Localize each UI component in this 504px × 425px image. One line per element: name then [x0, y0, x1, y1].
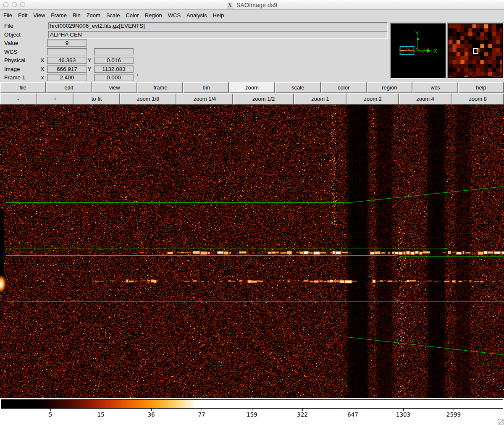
axis-label-physical-2: Y — [87, 57, 92, 64]
colorbar-tick — [151, 409, 152, 411]
colorbar-tick-label: 2599 — [446, 411, 461, 418]
colorbar-tick-label: 1303 — [396, 411, 410, 418]
colorbar-tick-label: 647 — [347, 411, 358, 418]
colorbar-tick — [403, 409, 404, 411]
axis-label-frame-1: x — [39, 74, 45, 81]
info-label-physical: Physical — [4, 57, 25, 64]
colorbar-tick-label: 15 — [97, 411, 104, 418]
colorbar-tick-label: 5 — [49, 411, 52, 418]
object-field[interactable]: ALPHA CEN — [48, 31, 387, 38]
magnifier — [447, 23, 504, 79]
colorbar-tick — [454, 409, 454, 411]
menu-wcs[interactable]: WCS — [168, 11, 181, 19]
physical-field-2[interactable]: 0.016 — [94, 57, 134, 64]
toolbar-button-edit[interactable]: edit — [46, 82, 92, 93]
frame-field-1[interactable]: 2.400 — [47, 74, 87, 81]
info-label-value: Value — [4, 39, 18, 47]
axis-label-image-2: Y — [87, 66, 92, 73]
info-label-object: Object — [4, 31, 21, 38]
wcs-field-1[interactable] — [47, 48, 87, 55]
info-label-frame: Frame 1 — [4, 74, 25, 81]
toolbar-button-frame[interactable]: frame — [137, 82, 183, 93]
frame-field-2[interactable]: 0.000 — [94, 74, 134, 81]
toolbar-button-file[interactable]: file — [0, 82, 46, 93]
menu-edit[interactable]: Edit — [18, 11, 27, 19]
menu-analysis[interactable]: Analysis — [186, 11, 207, 19]
toolbar-button-view[interactable]: view — [92, 82, 137, 93]
zoom-button-zoom-4[interactable]: zoom 4 — [399, 93, 452, 105]
toolbar-button-scale[interactable]: scale — [275, 82, 321, 93]
colorbar-tick — [252, 409, 252, 411]
resize-grip[interactable] — [498, 419, 504, 425]
zoom-button-zoom-1-4[interactable]: zoom 1/4 — [176, 93, 233, 105]
zoom-button-zoom-1-8[interactable]: zoom 1/8 — [120, 93, 176, 105]
info-panel: Filehrcf00029N006_evt2.fits.gz[EVENTS]Ob… — [0, 21, 504, 82]
colorbar-tick — [302, 409, 303, 411]
toolbar-button-zoom[interactable]: zoom — [229, 82, 275, 93]
menu-color[interactable]: Color — [126, 11, 139, 19]
menu-frame[interactable]: Frame — [51, 11, 67, 19]
zoom-button--[interactable]: - — [0, 93, 37, 105]
panner[interactable] — [390, 23, 446, 79]
menu-view[interactable]: View — [33, 11, 45, 19]
colorbar-tick-label: 322 — [297, 411, 308, 418]
axis-label-image-1: X — [39, 66, 45, 73]
ds9-window: X SAOImage ds9 FileEditViewFrameBinZoomS… — [0, 0, 504, 425]
x11-app-icon: X — [227, 2, 233, 8]
image-field-1[interactable]: 666.917 — [47, 66, 87, 73]
colorbar-tick — [202, 409, 202, 411]
value-field[interactable]: 9 — [47, 39, 87, 47]
colorbar[interactable] — [1, 399, 503, 409]
zoom-button-zoom-8[interactable]: zoom 8 — [452, 93, 504, 105]
zoom-button-+[interactable]: + — [37, 93, 74, 105]
menu-bin[interactable]: Bin — [73, 11, 81, 19]
menubar: FileEditViewFrameBinZoomScaleColorRegion… — [0, 10, 504, 21]
menu-region[interactable]: Region — [145, 11, 162, 19]
colorbar-area: 515367715932264713032599 — [0, 398, 504, 425]
toolbar-button-help[interactable]: help — [458, 82, 504, 93]
zoom-button-zoom-1[interactable]: zoom 1 — [294, 93, 346, 105]
toolbar-button-wcs[interactable]: wcs — [412, 82, 458, 93]
colorbar-gradient — [1, 400, 503, 408]
info-label-image: Image — [4, 66, 20, 73]
menu-scale[interactable]: Scale — [106, 11, 120, 19]
zoom-button-to-fit[interactable]: to fit — [74, 93, 120, 105]
colorbar-tick-label: 36 — [147, 411, 155, 418]
info-label-file: File — [4, 22, 13, 29]
window-titlebar: X SAOImage ds9 — [0, 0, 504, 10]
menu-file[interactable]: File — [3, 11, 12, 19]
image-canvas[interactable] — [0, 105, 504, 398]
wcs-field-2[interactable] — [94, 48, 134, 55]
magnifier-canvas — [449, 24, 502, 77]
zoom-button-zoom-1-2[interactable]: zoom 1/2 — [233, 93, 294, 105]
file-field[interactable]: hrcf00029N006_evt2.fits.gz[EVENTS] — [48, 22, 387, 29]
toolbar-button-region[interactable]: region — [367, 82, 412, 93]
toolbar-zoom: -+to fitzoom 1/8zoom 1/4zoom 1/2zoom 1zo… — [0, 93, 504, 105]
degree-suffix: ° — [136, 73, 139, 79]
zoom-button-zoom-2[interactable]: zoom 2 — [346, 93, 399, 105]
colorbar-tick-label: 77 — [198, 411, 205, 418]
colorbar-tick-label: 159 — [247, 411, 257, 418]
menu-help[interactable]: Help — [213, 11, 224, 19]
info-label-wcs: WCS — [4, 48, 18, 55]
menu-zoom[interactable]: Zoom — [87, 11, 100, 19]
toolbar-button-bin[interactable]: bin — [183, 82, 229, 93]
window-title: SAOImage ds9 — [236, 2, 277, 8]
toolbar-button-color[interactable]: color — [321, 82, 367, 93]
colorbar-tick — [50, 409, 51, 411]
panner-canvas[interactable] — [392, 24, 445, 77]
physical-field-1[interactable]: 46.363 — [47, 57, 87, 64]
colorbar-tick — [101, 409, 101, 411]
toolbar-primary: fileeditviewframebinzoomscalecolorregion… — [0, 82, 504, 93]
image-field-2[interactable]: 1132.083 — [94, 66, 134, 73]
colorbar-tick — [353, 409, 353, 411]
axis-label-physical-1: X — [39, 57, 45, 64]
